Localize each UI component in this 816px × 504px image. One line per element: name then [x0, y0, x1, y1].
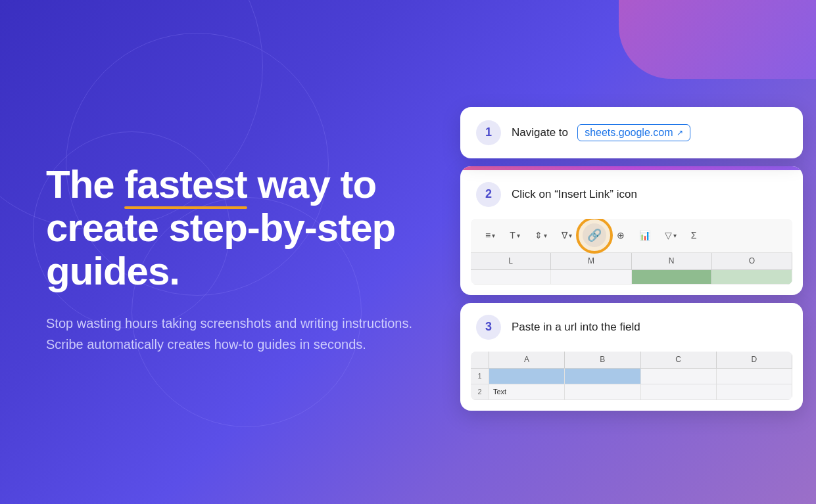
row-num-header [471, 352, 489, 368]
step-1-instruction: Navigate to sheets.google.com ↗ [512, 124, 690, 141]
col-N: N [632, 253, 712, 269]
step-1-header: 1 Navigate to sheets.google.com ↗ [460, 107, 803, 158]
hero-description: Stop wasting hours taking screenshots an… [46, 313, 414, 355]
hero-title-highlight: fastest [124, 163, 247, 206]
col-O: O [712, 253, 792, 269]
col-L: L [471, 253, 551, 269]
step-2-number: 2 [476, 182, 501, 207]
toolbar-filter-icon: ∇ [558, 227, 576, 243]
left-panel: The fastest way to create step-by-step g… [0, 0, 460, 504]
step-1-card: 1 Navigate to sheets.google.com ↗ [460, 107, 803, 158]
cell-d2-step3 [717, 384, 792, 400]
cell-c2-step3 [641, 384, 717, 400]
cell-b2-step3 [565, 384, 640, 400]
step-1-url[interactable]: sheets.google.com ↗ [577, 124, 690, 141]
toolbar-chart-icon: 📊 [635, 227, 654, 243]
step-3-content: A B C D 1 2 Text [471, 352, 792, 400]
col-M: M [551, 253, 631, 269]
hero-title-part1: The [46, 162, 124, 206]
toolbar-text-icon: T [506, 227, 524, 243]
cell-d1-step3 [717, 369, 792, 384]
insert-link-icon[interactable]: 🔗 [583, 223, 606, 247]
step-3-instruction: Paste in a url into the field [512, 321, 640, 334]
col-D: D [717, 352, 792, 368]
external-link-icon: ↗ [677, 128, 683, 137]
toolbar-sum-icon: Σ [687, 227, 701, 243]
cell-l1 [471, 270, 551, 285]
hero-title: The fastest way to create step-by-step g… [46, 163, 421, 293]
top-accent-bar [619, 0, 816, 79]
toolbar-align-icon: ≡ [481, 227, 499, 243]
step-3-header: 3 Paste in a url into the field [460, 303, 803, 352]
cell-a1-step3 [489, 369, 565, 384]
cell-n1 [632, 270, 712, 285]
main-layout: The fastest way to create step-by-step g… [0, 0, 816, 504]
hero-title-part2: way to [257, 162, 376, 206]
step-2-header: 2 Click on “Insert Link” icon [460, 170, 803, 219]
row-1-num: 1 [471, 369, 489, 384]
step-2-instruction: Click on “Insert Link” icon [512, 188, 637, 201]
step-2-content: ≡ T ⇕ ∇ 🔗 ⊕ 📊 ▽ Σ L [471, 219, 792, 285]
step3-row-1: 1 [471, 369, 792, 384]
link-icon-wrapper[interactable]: 🔗 [583, 223, 606, 247]
toolbar-filter2-icon: ▽ [661, 227, 681, 243]
hero-title-line3: guides. [46, 249, 180, 293]
step-3-number: 3 [476, 315, 501, 340]
spreadsheet-row-1 [471, 270, 792, 285]
toolbar-insert-icon: ⊕ [613, 227, 629, 243]
step3-row-2: 2 Text [471, 384, 792, 400]
right-panel: 1 Navigate to sheets.google.com ↗ 2 Clic… [460, 0, 816, 504]
row-2-num: 2 [471, 384, 489, 400]
spreadsheet-col-headers: L M N O [471, 253, 792, 270]
toolbar-sort-icon: ⇕ [531, 227, 551, 243]
cell-o1 [712, 270, 792, 285]
step-2-card: 2 Click on “Insert Link” icon ≡ T ⇕ ∇ 🔗 … [460, 166, 803, 295]
spreadsheet-toolbar: ≡ T ⇕ ∇ 🔗 ⊕ 📊 ▽ Σ [471, 219, 792, 253]
cell-c1-step3 [641, 369, 717, 384]
step-3-card: 3 Paste in a url into the field A B C D … [460, 303, 803, 411]
col-A: A [489, 352, 565, 368]
col-B: B [565, 352, 640, 368]
cell-m1 [551, 270, 631, 285]
step-1-number: 1 [476, 120, 501, 145]
hero-title-line2: create step-by-step [46, 206, 395, 250]
cell-b1-step3 [565, 369, 640, 384]
step3-col-headers: A B C D [471, 352, 792, 369]
col-C: C [641, 352, 717, 368]
cell-a2-step3: Text [489, 384, 565, 400]
